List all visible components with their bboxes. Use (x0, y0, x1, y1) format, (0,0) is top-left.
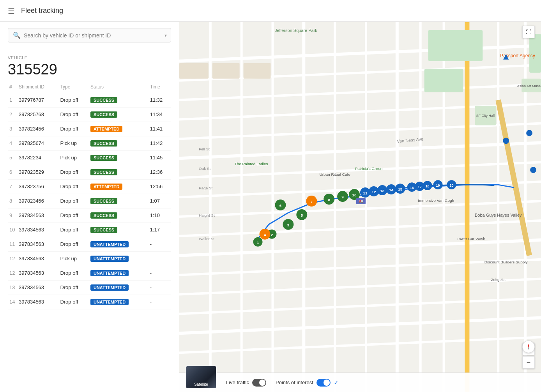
table-row[interactable]: 8 397823456 Drop off SUCCESS 1:07 (8, 194, 171, 208)
svg-marker-102 (528, 344, 529, 348)
row-shipment-id: 397834563 (17, 222, 58, 237)
table-row[interactable]: 9 397834563 Drop off SUCCESS 1:10 (8, 208, 171, 222)
status-badge: ATTEMPTED (90, 184, 122, 190)
svg-text:Asian Art Museum: Asian Art Museum (517, 84, 541, 88)
svg-rect-33 (179, 63, 209, 79)
row-shipment-id: 397823456 (17, 122, 58, 136)
svg-text:13: 13 (380, 189, 385, 193)
svg-text:17: 17 (418, 185, 422, 189)
satellite-button[interactable]: Satellite (186, 366, 217, 389)
row-shipment-id: 397825768 (17, 107, 58, 122)
table-row[interactable]: 3 397823456 Drop off ATTEMPTED 11:41 (8, 122, 171, 136)
row-time: - (149, 237, 171, 251)
row-shipment-id: 397823756 (17, 179, 58, 194)
table-row[interactable]: 12 397834563 Pick up UNATTEMPTED - (8, 251, 171, 266)
menu-icon[interactable]: ☰ (8, 6, 15, 16)
svg-text:Urban Ritual Cafe: Urban Ritual Cafe (320, 172, 351, 177)
svg-point-97 (530, 167, 536, 173)
svg-text:Fell St: Fell St (199, 147, 210, 151)
row-shipment-id: 397834563 (17, 251, 58, 266)
row-num: 12 (8, 251, 17, 266)
status-badge: SUCCESS (90, 169, 117, 175)
svg-text:The Painted Ladies: The Painted Ladies (235, 162, 268, 166)
status-badge: SUCCESS (90, 212, 117, 219)
row-shipment-id: 397976787 (17, 93, 58, 107)
search-box[interactable]: 🔍 ▾ (8, 28, 171, 42)
status-badge: ATTEMPTED (90, 126, 122, 132)
svg-text:🚛: 🚛 (359, 198, 364, 203)
table-row[interactable]: 1 397976787 Drop off SUCCESS 11:32 (8, 93, 171, 107)
row-shipment-id: 397834563 (17, 295, 58, 309)
row-num: 5 (8, 150, 17, 165)
search-input[interactable] (24, 32, 166, 39)
table-row[interactable]: 13 397834563 Drop off UNATTEMPTED - (8, 280, 171, 295)
row-num: 13 (8, 280, 17, 295)
svg-text:11: 11 (363, 191, 368, 195)
col-header-num: # (8, 81, 17, 93)
row-num: 9 (8, 208, 17, 222)
chevron-down-icon[interactable]: ▾ (164, 33, 167, 38)
row-time: 1:10 (149, 208, 171, 222)
table-row[interactable]: 4 397825674 Pick up SUCCESS 11:42 (8, 136, 171, 150)
table-row[interactable]: 11 397834563 Drop off UNATTEMPTED - (8, 237, 171, 251)
row-num: 4 (8, 136, 17, 150)
svg-text:Jefferson Square Park: Jefferson Square Park (275, 28, 317, 33)
live-traffic-toggle[interactable] (252, 379, 266, 387)
row-status: UNATTEMPTED (89, 251, 149, 266)
row-type: Drop off (58, 208, 89, 222)
svg-text:Tower Car Wash: Tower Car Wash (457, 237, 485, 241)
col-header-time: Time (149, 81, 171, 93)
row-time: 11:45 (149, 150, 171, 165)
row-time: - (149, 266, 171, 280)
table-row[interactable]: 6 397823529 Drop off SUCCESS 12:36 (8, 165, 171, 179)
map-container[interactable]: 1 2 3 4 5 6 7 8 9 10 (179, 22, 541, 392)
row-type: Drop off (58, 222, 89, 237)
poi-toggle[interactable] (316, 379, 331, 387)
table-row[interactable]: 2 397825768 Drop off SUCCESS 11:34 (8, 107, 171, 122)
svg-rect-30 (428, 30, 483, 61)
svg-text:Oak St: Oak St (199, 166, 211, 171)
row-type: Drop off (58, 237, 89, 251)
table-row[interactable]: 14 397834563 Drop off UNATTEMPTED - (8, 295, 171, 309)
row-num: 10 (8, 222, 17, 237)
row-num: 12 (8, 266, 17, 280)
row-num: 14 (8, 295, 17, 309)
svg-rect-31 (424, 69, 463, 92)
svg-text:3: 3 (287, 223, 290, 227)
table-row[interactable]: 5 39782234 Pick up SUCCESS 11:45 (8, 150, 171, 165)
status-badge: UNATTEMPTED (90, 270, 129, 276)
row-num: 2 (8, 107, 17, 122)
svg-text:Patricia's Green: Patricia's Green (355, 166, 383, 171)
row-time: 11:41 (149, 122, 171, 136)
zoom-out-button[interactable]: − (522, 356, 535, 369)
row-time: - (149, 251, 171, 266)
row-type: Drop off (58, 179, 89, 194)
row-status: SUCCESS (89, 150, 149, 165)
map-area: 1 2 3 4 5 6 7 8 9 10 (179, 22, 541, 392)
fullscreen-button[interactable]: ⛶ (522, 26, 535, 38)
map-controls-bar: Satellite Live traffic Points of interes… (179, 373, 541, 392)
status-badge: SUCCESS (90, 155, 117, 161)
row-type: Pick up (58, 136, 89, 150)
status-badge: SUCCESS (90, 198, 117, 204)
table-row[interactable]: 12 397834563 Drop off UNATTEMPTED - (8, 266, 171, 280)
row-time: - (149, 280, 171, 295)
svg-point-95 (503, 138, 509, 144)
svg-text:14: 14 (389, 188, 394, 192)
row-shipment-id: 397825674 (17, 136, 58, 150)
row-type: Drop off (58, 266, 89, 280)
svg-text:Haight St: Haight St (199, 213, 215, 217)
row-type: Drop off (58, 295, 89, 309)
table-row[interactable]: 7 397823756 Drop off ATTEMPTED 12:56 (8, 179, 171, 194)
vehicle-section: VEHICLE 315529 (0, 49, 179, 81)
compass-button[interactable] (522, 341, 535, 353)
svg-text:SF City Hall: SF City Hall (476, 114, 495, 118)
row-shipment-id: 397823456 (17, 194, 58, 208)
svg-point-96 (526, 130, 532, 136)
row-num: 6 (8, 165, 17, 179)
row-time: 12:56 (149, 179, 171, 194)
svg-text:Page St: Page St (199, 186, 213, 190)
table-row[interactable]: 10 397834563 Drop off SUCCESS 1:17 (8, 222, 171, 237)
row-type: Pick up (58, 251, 89, 266)
row-num: 1 (8, 93, 17, 107)
